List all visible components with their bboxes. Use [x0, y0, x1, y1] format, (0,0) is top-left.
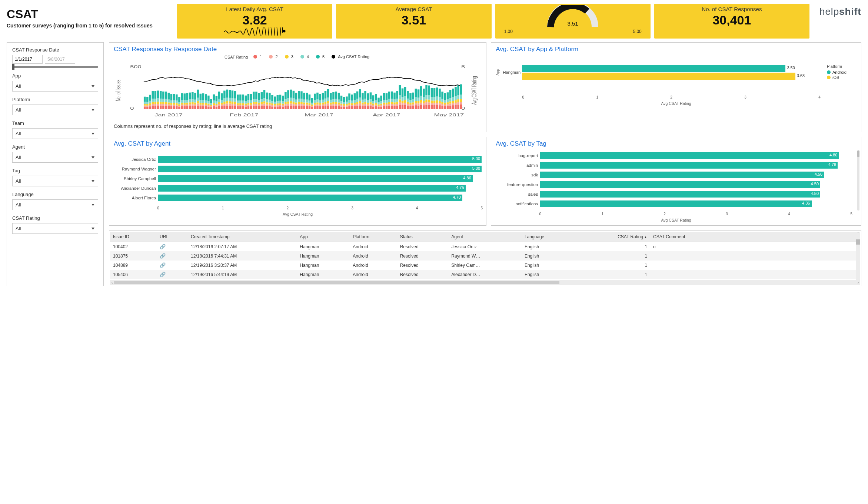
- svg-text:Mar 2017: Mar 2017: [305, 113, 333, 117]
- svg-rect-210: [253, 106, 255, 109]
- th-language[interactable]: Language: [522, 232, 576, 242]
- filter-app-select[interactable]: All: [12, 81, 98, 92]
- svg-rect-222: [258, 103, 260, 105]
- link-icon[interactable]: 🔗: [160, 262, 166, 268]
- th-platform[interactable]: Platform: [350, 232, 397, 242]
- tag-scrollbar[interactable]: [857, 150, 859, 210]
- th-rating[interactable]: CSAT Rating▲: [576, 232, 650, 242]
- svg-rect-562: [439, 101, 441, 103]
- th-status[interactable]: Status: [397, 232, 449, 242]
- svg-rect-569: [441, 92, 443, 99]
- svg-rect-96: [192, 104, 194, 106]
- svg-rect-208: [250, 100, 252, 103]
- chevron-up-icon: ˄: [856, 232, 860, 236]
- chevron-down-icon: [92, 204, 94, 206]
- svg-rect-169: [229, 90, 231, 98]
- th-created[interactable]: Created Timestamp: [188, 232, 297, 242]
- panel-app-platform[interactable]: Avg. CSAT by App & Platform App Hangman …: [491, 42, 861, 132]
- svg-rect-203: [247, 100, 250, 103]
- kpi-latest-value: 3.82: [181, 13, 329, 27]
- svg-rect-260: [279, 106, 282, 109]
- legend-4: 4: [307, 54, 309, 59]
- svg-rect-235: [266, 106, 268, 109]
- svg-rect-47: [165, 102, 167, 104]
- svg-rect-442: [375, 103, 377, 105]
- svg-rect-324: [311, 98, 313, 103]
- svg-rect-409: [356, 92, 359, 99]
- svg-rect-454: [380, 96, 382, 101]
- filter-tag-select[interactable]: All: [12, 176, 98, 186]
- svg-rect-396: [351, 105, 353, 106]
- table-row[interactable]: 100402🔗 12/18/2016 2:07:17 AMHangmanAndr…: [110, 242, 860, 252]
- svg-rect-295: [298, 106, 300, 109]
- th-agent[interactable]: Agent: [448, 232, 522, 242]
- svg-rect-246: [271, 105, 273, 107]
- svg-rect-433: [370, 99, 372, 102]
- svg-rect-256: [277, 105, 279, 107]
- svg-rect-41: [162, 104, 164, 106]
- svg-rect-49: [165, 92, 167, 99]
- svg-rect-181: [237, 105, 239, 106]
- svg-rect-83: [184, 100, 186, 103]
- svg-rect-300: [300, 106, 303, 109]
- svg-rect-111: [200, 105, 202, 106]
- svg-rect-64: [173, 94, 175, 100]
- svg-rect-140: [216, 107, 218, 109]
- th-url[interactable]: URL: [157, 232, 188, 242]
- svg-rect-351: [327, 103, 329, 105]
- svg-rect-497: [404, 100, 406, 103]
- svg-rect-337: [319, 103, 321, 105]
- svg-rect-25: [154, 106, 157, 109]
- svg-rect-593: [455, 96, 457, 100]
- th-issue-id[interactable]: Issue ID: [110, 232, 157, 242]
- filter-agent-select[interactable]: All: [12, 152, 98, 163]
- svg-rect-556: [436, 103, 438, 105]
- link-icon[interactable]: 🔗: [160, 272, 166, 277]
- chevron-down-icon: [92, 85, 94, 87]
- panel-tag[interactable]: Avg. CSAT by Tag bug-report 4.80admin 4.…: [491, 137, 861, 226]
- table-vscroll[interactable]: ˄: [856, 232, 860, 280]
- platform-xlabel: Avg CSAT Rating: [496, 101, 857, 106]
- panel-agent[interactable]: Avg. CSAT by Agent Jessica Ortiz 5.00Ray…: [109, 137, 486, 226]
- svg-rect-311: [306, 105, 308, 106]
- dot-icon: [332, 55, 335, 59]
- svg-rect-26: [154, 104, 157, 106]
- svg-rect-129: [207, 96, 210, 101]
- table-row[interactable]: 105406🔗 12/19/2016 5:44:19 AMHangmanAndr…: [110, 270, 860, 279]
- filter-rating-select[interactable]: All: [12, 223, 98, 234]
- date-slider[interactable]: [12, 66, 98, 68]
- svg-rect-283: [290, 98, 292, 101]
- svg-rect-190: [242, 106, 244, 109]
- svg-rect-264: [279, 95, 282, 101]
- svg-rect-559: [436, 87, 438, 96]
- svg-rect-502: [407, 102, 409, 104]
- th-app[interactable]: App: [297, 232, 350, 242]
- filter-language-select[interactable]: All: [12, 199, 98, 210]
- svg-rect-334: [316, 93, 319, 100]
- svg-rect-320: [311, 107, 313, 109]
- svg-rect-495: [404, 105, 406, 109]
- svg-rect-126: [207, 105, 210, 107]
- svg-rect-365: [335, 106, 337, 109]
- link-icon[interactable]: 🔗: [160, 253, 166, 259]
- table-row[interactable]: 101875🔗 12/18/2016 7:44:31 AMHangmanAndr…: [110, 251, 860, 261]
- filter-team-select[interactable]: All: [12, 128, 98, 139]
- table-hscroll[interactable]: ‹ ›: [110, 280, 860, 285]
- panel-responses-by-date[interactable]: CSAT Responses by Response Date CSAT Rat…: [109, 42, 486, 132]
- svg-rect-323: [311, 103, 313, 105]
- svg-rect-366: [335, 104, 337, 106]
- svg-rect-524: [418, 89, 420, 97]
- dot-icon: [269, 55, 273, 59]
- date-to-input[interactable]: [45, 55, 75, 64]
- svg-rect-602: [460, 99, 462, 102]
- th-comment[interactable]: CSAT Comment: [650, 232, 860, 242]
- link-icon[interactable]: 🔗: [160, 244, 166, 249]
- svg-rect-463: [386, 100, 388, 103]
- table-row[interactable]: 104889🔗 12/19/2016 3:20:37 AMHangmanAndr…: [110, 261, 860, 270]
- svg-rect-487: [399, 99, 401, 102]
- svg-rect-453: [380, 101, 382, 104]
- filter-platform-select[interactable]: All: [12, 105, 98, 115]
- svg-rect-567: [441, 102, 443, 104]
- panel-table[interactable]: Issue ID URL Created Timestamp App Platf…: [109, 230, 861, 286]
- date-from-input[interactable]: [12, 55, 43, 64]
